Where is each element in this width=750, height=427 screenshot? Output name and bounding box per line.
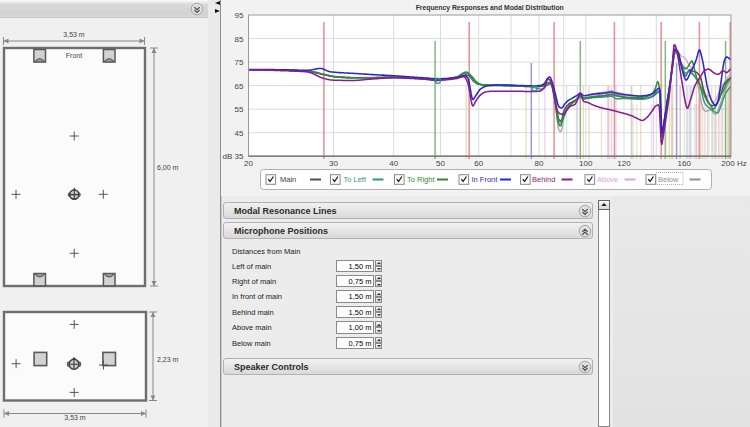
svg-text:Front: Front (66, 52, 82, 59)
svg-text:In Front: In Front (472, 175, 499, 184)
svg-text:Main: Main (280, 175, 296, 184)
svg-text:50: 50 (436, 159, 445, 168)
svg-text:6,00 m: 6,00 m (157, 164, 179, 171)
svg-text:To Right: To Right (407, 175, 435, 184)
svg-text:Above: Above (597, 175, 618, 184)
svg-text:65: 65 (235, 82, 244, 91)
svg-text:dB 35: dB 35 (223, 152, 244, 161)
svg-text:Behind: Behind (532, 175, 555, 184)
svg-text:30: 30 (329, 159, 338, 168)
svg-text:85: 85 (235, 35, 244, 44)
svg-text:To Left: To Left (344, 175, 367, 184)
svg-text:75: 75 (235, 58, 244, 67)
svg-text:3,53 m: 3,53 m (63, 31, 85, 38)
svg-text:160: 160 (678, 159, 692, 168)
svg-text:45: 45 (235, 129, 244, 138)
svg-text:120: 120 (617, 159, 631, 168)
svg-text:200 Hz: 200 Hz (721, 159, 746, 168)
svg-text:Frequency Responses and Modal: Frequency Responses and Modal Distributi… (416, 4, 564, 12)
svg-text:2,23 m: 2,23 m (157, 356, 179, 363)
svg-text:80: 80 (535, 159, 544, 168)
svg-text:60: 60 (474, 159, 483, 168)
svg-text:55: 55 (235, 105, 244, 114)
svg-text:40: 40 (389, 159, 398, 168)
svg-text:3,53 m: 3,53 m (64, 414, 86, 421)
svg-text:100: 100 (579, 159, 593, 168)
svg-text:95: 95 (235, 11, 244, 20)
svg-text:Below: Below (658, 175, 679, 184)
svg-text:20: 20 (244, 159, 253, 168)
